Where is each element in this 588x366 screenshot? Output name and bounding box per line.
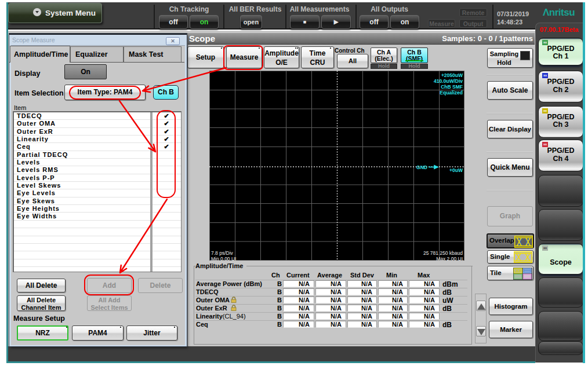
svg-text:Max 2.00 UI: Max 2.00 UI bbox=[436, 256, 463, 261]
svg-text:+0uW: +0uW bbox=[449, 167, 463, 173]
svg-text:25 781 250 kbaud: 25 781 250 kbaud bbox=[423, 250, 463, 256]
svg-text:+2050uW: +2050uW bbox=[441, 72, 463, 78]
svg-text:410.0uW/Div: 410.0uW/Div bbox=[434, 78, 463, 84]
svg-text:Equalized: Equalized bbox=[440, 90, 463, 96]
svg-text:ChB SMF: ChB SMF bbox=[441, 84, 463, 90]
svg-text:Min 0.00 UI: Min 0.00 UI bbox=[211, 256, 236, 261]
svg-text:7.8 ps/Div: 7.8 ps/Div bbox=[211, 250, 234, 256]
svg-text:GND: GND bbox=[416, 164, 427, 170]
